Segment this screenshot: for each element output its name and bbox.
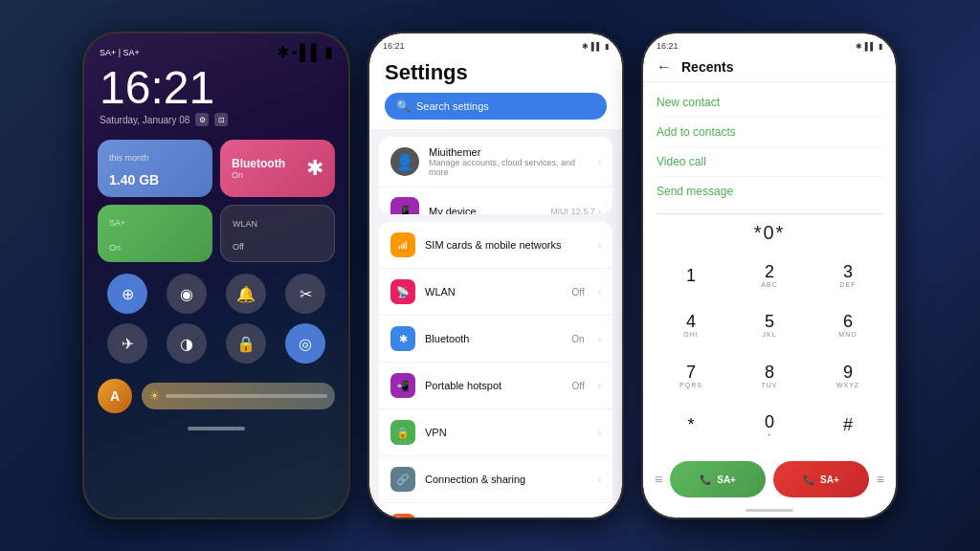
wlan-tile[interactable]: WLAN Off: [220, 205, 335, 262]
call-icon-1: 📞: [700, 474, 711, 485]
dial-left-icon: ≡: [655, 472, 662, 487]
p2-signal-icon: ▌▌: [591, 42, 602, 51]
hotspot-value: Off: [572, 381, 585, 391]
account-avatar: 👤: [395, 153, 414, 171]
bt-status: On: [232, 170, 285, 180]
scissors-btn[interactable]: ✂: [285, 274, 325, 314]
search-icon: 🔍: [396, 99, 411, 113]
settings-title: Settings: [385, 60, 607, 85]
p1-bottom-bar: A ☀: [84, 371, 348, 421]
video-call-btn[interactable]: Video call: [657, 147, 882, 177]
avatar[interactable]: A: [98, 379, 132, 413]
dial-right-icon: ≡: [877, 472, 884, 487]
new-contact-btn[interactable]: New contact: [657, 88, 882, 118]
key-1[interactable]: 1: [653, 252, 729, 299]
setting-vpn[interactable]: 🔒 VPN ›: [379, 409, 612, 456]
battery-icon: ▮: [324, 43, 333, 61]
key-9[interactable]: 9 WXYZ: [810, 352, 886, 400]
bt-value: On: [571, 334, 584, 344]
setting-bluetooth[interactable]: ✱ Bluetooth On ›: [379, 316, 612, 363]
p1-time: 16:21: [84, 65, 348, 111]
airdrop-btn[interactable]: ⊕: [107, 274, 147, 314]
dial-bar: ≡ 📞 SA+ 📞 SA+ ≡: [643, 453, 896, 505]
vpn-chevron: ›: [598, 428, 601, 438]
setting-wallpaper[interactable]: 🎨 Wallpaper & personalization ›: [379, 503, 612, 518]
p2-status-bar: 16:21 ✱ ▌▌ ▮: [369, 33, 622, 55]
add-to-contacts-btn[interactable]: Add to contacts: [657, 118, 882, 147]
bt-chevron: ›: [598, 334, 601, 344]
send-message-btn[interactable]: Send message: [657, 177, 882, 206]
hotspot-icon: 📲: [390, 373, 415, 398]
back-button[interactable]: ←: [657, 58, 672, 76]
account-row[interactable]: 👤 Miuithemer Manage accounts, cloud serv…: [379, 137, 612, 187]
setting-wlan[interactable]: 📡 WLAN Off ›: [379, 269, 612, 316]
sa-tile[interactable]: SA+ On: [98, 205, 212, 262]
screenshot-icon[interactable]: ⊡: [214, 113, 228, 126]
location-btn[interactable]: ◉: [167, 274, 207, 314]
settings-search[interactable]: 🔍 Search settings: [385, 93, 607, 120]
key-7[interactable]: 7 PQRS: [653, 352, 729, 400]
account-section: 👤 Miuithemer Manage accounts, cloud serv…: [379, 137, 612, 214]
vpn-icon: 🔒: [390, 420, 415, 445]
device-icon-glyph: 📱: [398, 205, 412, 214]
wlan-label: WLAN: [425, 286, 563, 298]
wlan-label: WLAN: [233, 219, 323, 229]
p1-quick-icons-row1: ⊕ ◉ 🔔 ✂: [84, 268, 348, 320]
call-btn-1[interactable]: 📞 SA+: [670, 461, 766, 497]
p1-date-text: Saturday, January 08: [100, 115, 189, 125]
wifi-status-icon: ▪: [292, 44, 298, 61]
phone-1: SA+ | SA+ ✱ ▪ ▌▌ ▮ 16:21 Saturday, Janua…: [82, 32, 350, 519]
call-btn-2[interactable]: 📞 SA+: [773, 461, 869, 497]
bt-setting-icon: ✱: [390, 326, 415, 351]
wlan-value: Off: [572, 287, 585, 298]
p2-status-icons: ✱ ▌▌ ▮: [582, 41, 609, 51]
bluetooth-tile[interactable]: Bluetooth On ✱: [220, 140, 335, 197]
key-6[interactable]: 6 MNO: [810, 301, 886, 349]
p2-battery-icon: ▮: [605, 42, 609, 51]
p3-status-icons: ✱ ▌▌ ▮: [856, 41, 882, 51]
key-4[interactable]: 4 GHI: [653, 301, 729, 349]
key-5[interactable]: 5 JKL: [731, 301, 808, 349]
data-label: this month: [109, 153, 201, 163]
p1-status-bar: SA+ | SA+ ✱ ▪ ▌▌ ▮: [84, 33, 348, 65]
brightness-slider[interactable]: ☀: [142, 383, 335, 409]
airplane-btn[interactable]: ✈: [107, 323, 147, 364]
bell-btn[interactable]: 🔔: [226, 274, 266, 314]
sim-icon: 📶: [390, 232, 415, 257]
lock-btn[interactable]: 🔒: [226, 323, 266, 364]
p1-status-icons: ✱ ▪ ▌▌ ▮: [277, 43, 333, 61]
setting-hotspot[interactable]: 📲 Portable hotspot Off ›: [379, 363, 612, 409]
phone-1-screen: SA+ | SA+ ✱ ▪ ▌▌ ▮ 16:21 Saturday, Janua…: [84, 33, 348, 518]
key-star[interactable]: *: [653, 402, 729, 450]
setting-sim[interactable]: 📶 SIM cards & mobile networks ›: [379, 222, 612, 269]
p3-home-bar: [746, 509, 793, 512]
account-icon: 👤: [390, 147, 419, 176]
key-8[interactable]: 8 TUV: [731, 352, 808, 400]
signal-icon: ▌▌: [300, 44, 322, 61]
vpn-label: VPN: [425, 427, 589, 438]
connection-label: Connection & sharing: [425, 474, 589, 485]
recents-title: Recents: [681, 59, 733, 75]
connection-chevron: ›: [598, 474, 601, 485]
my-device-version: MIUI 12.5.7 ›: [550, 207, 601, 215]
settings-icon[interactable]: ⚙: [195, 113, 209, 126]
p3-bt-icon: ✱: [856, 42, 862, 51]
phone-2: 16:21 ✱ ▌▌ ▮ Settings 🔍 Search settings …: [368, 32, 624, 519]
bt-label: Bluetooth: [425, 333, 562, 344]
account-subtitle: Manage accounts, cloud services, and mor…: [429, 158, 589, 177]
p3-actions: New contact Add to contacts Video call S…: [643, 82, 896, 211]
brightness-btn[interactable]: ◑: [167, 323, 207, 364]
key-3[interactable]: 3 DEF: [810, 252, 886, 299]
setting-connection[interactable]: 🔗 Connection & sharing ›: [379, 456, 612, 503]
key-2[interactable]: 2 ABC: [731, 252, 808, 299]
wlan-icon: 📡: [390, 279, 415, 304]
sim-chevron: ›: [598, 240, 601, 251]
my-device-row[interactable]: 📱 My device MIUI 12.5.7 ›: [379, 187, 612, 214]
key-0[interactable]: 0 +: [731, 402, 808, 450]
my-device-text: My device: [429, 206, 541, 214]
nfc-btn[interactable]: ◎: [285, 323, 325, 364]
call-label-1: SA+: [717, 474, 736, 485]
data-tile[interactable]: this month 1.40 GB: [98, 140, 212, 197]
key-hash[interactable]: #: [810, 402, 886, 450]
p3-status-bar: 16:21 ✱ ▌▌ ▮: [643, 33, 896, 55]
